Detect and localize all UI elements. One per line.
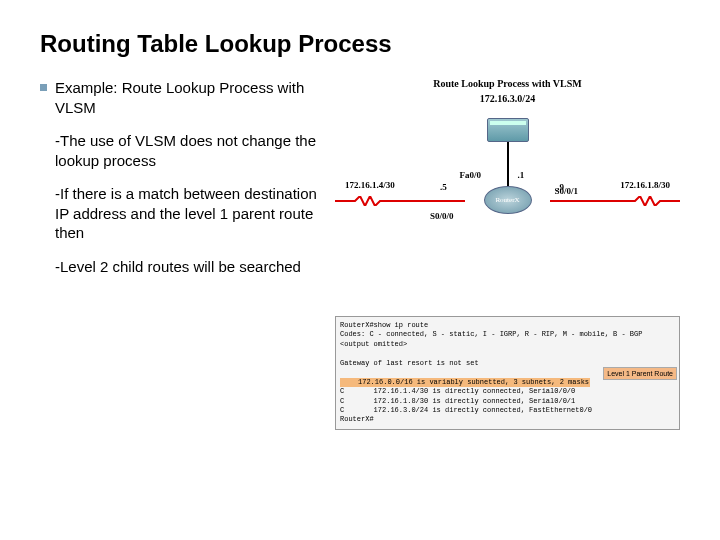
page-title: Routing Table Lookup Process [40, 30, 680, 58]
bullet-main: Example: Route Lookup Process with VLSM [40, 78, 320, 117]
cli-omitted: <output omitted> [340, 340, 675, 349]
fa-label: Fa0/0 [460, 170, 482, 180]
cli-child-2: C 172.16.1.8/30 is directly connected, S… [340, 397, 675, 406]
link-line [507, 142, 509, 186]
left-subnet-label: 172.16.1.4/30 [345, 180, 395, 190]
cli-prompt: RouterX# [340, 321, 374, 329]
bullet-icon [40, 84, 47, 91]
s000-near-ip: .5 [440, 182, 447, 192]
top-subnet-label: 172.16.3.0/24 [335, 93, 680, 104]
cli-child-1: C 172.16.1.4/30 is directly connected, S… [340, 387, 675, 396]
sub-point-3: -Level 2 child routes will be searched [55, 257, 320, 277]
cli-output: RouterX#show ip route Codes: C - connect… [335, 316, 680, 430]
parent-route-label: Level 1 Parent Route [603, 367, 677, 380]
text-column: Example: Route Lookup Process with VLSM … [40, 78, 320, 430]
serial-line-right [550, 196, 680, 206]
cli-codes: Codes: C - connected, S - static, I - IG… [340, 330, 675, 339]
s000-label: S0/0/0 [430, 211, 454, 221]
diagram-title: Route Lookup Process with VLSM [335, 78, 680, 89]
cli-cmd: show ip route [374, 321, 429, 329]
switch-icon [487, 118, 529, 142]
serial-line-left [335, 196, 465, 206]
router-icon: RouterX [484, 186, 532, 214]
cli-child-3: C 172.16.3.0/24 is directly connected, F… [340, 406, 675, 415]
diagram-column: Route Lookup Process with VLSM 172.16.3.… [335, 78, 680, 430]
cli-end-prompt: RouterX# [340, 415, 675, 424]
bullet-text: Example: Route Lookup Process with VLSM [55, 78, 320, 117]
network-diagram: Route Lookup Process with VLSM 172.16.3.… [335, 78, 680, 308]
right-subnet-label: 172.16.1.8/30 [620, 180, 670, 190]
s001-label: S0/0/1 [554, 186, 578, 196]
sub-point-1: -The use of VLSM does not change the loo… [55, 131, 320, 170]
cli-parent-route: 172.16.0.0/16 is variably subnetted, 3 s… [340, 378, 590, 387]
fa-ip: .1 [518, 170, 525, 180]
sub-point-2: -If there is a match between destination… [55, 184, 320, 243]
